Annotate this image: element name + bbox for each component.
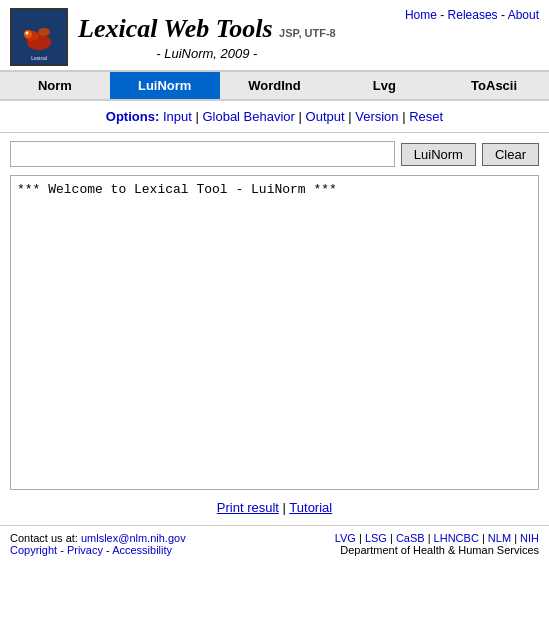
tab-luinorm[interactable]: LuiNorm	[110, 72, 220, 99]
lhncbc-link[interactable]: LHNCBC	[434, 532, 479, 544]
logo-image: Lexical	[12, 10, 66, 64]
header: Lexical Lexical Web Tools JSP, UTF-8 - L…	[0, 0, 549, 70]
svg-text:Lexical: Lexical	[31, 55, 47, 61]
app-subtitle: - LuiNorm, 2009 -	[78, 46, 336, 61]
lvg-link[interactable]: LVG	[335, 532, 356, 544]
contact-label: Contact us at:	[10, 532, 81, 544]
output-textarea[interactable]: *** Welcome to Lexical Tool - LuiNorm **…	[11, 176, 538, 486]
nlm-link[interactable]: NLM	[488, 532, 511, 544]
svg-point-3	[38, 28, 50, 36]
about-link[interactable]: About	[508, 8, 539, 22]
options-output-link[interactable]: Output	[306, 109, 345, 124]
footer-right: LVG | LSG | CaSB | LHNCBC | NLM | NIH De…	[335, 532, 539, 556]
options-reset-link[interactable]: Reset	[409, 109, 443, 124]
casb-link[interactable]: CaSB	[396, 532, 425, 544]
nav-tabs: Norm LuiNorm WordInd Lvg ToAscii	[0, 70, 549, 101]
options-globalbehavior-link[interactable]: Global Behavior	[202, 109, 295, 124]
tab-norm[interactable]: Norm	[0, 72, 110, 99]
tab-wordind[interactable]: WordInd	[220, 72, 330, 99]
copyright-link[interactable]: Copyright	[10, 544, 57, 556]
input-row: LuiNorm Clear	[0, 133, 549, 175]
footer-dept: Department of Health & Human Services	[335, 544, 539, 556]
tab-toascii[interactable]: ToAscii	[439, 72, 549, 99]
lsg-link[interactable]: LSG	[365, 532, 387, 544]
footer-left: Contact us at: umlslex@nlm.nih.gov Copyr…	[10, 532, 186, 556]
tutorial-link[interactable]: Tutorial	[289, 500, 332, 515]
options-bar: Options: Input | Global Behavior | Outpu…	[0, 101, 549, 133]
bottom-links: Print result | Tutorial	[0, 490, 549, 525]
search-input[interactable]	[10, 141, 395, 167]
footer-right-line1: LVG | LSG | CaSB | LHNCBC | NLM | NIH	[335, 532, 539, 544]
tab-lvg[interactable]: Lvg	[329, 72, 439, 99]
header-links: Home - Releases - About	[405, 8, 539, 22]
header-title-block: Lexical Web Tools JSP, UTF-8 - LuiNorm, …	[78, 14, 336, 61]
privacy-link[interactable]: Privacy	[67, 544, 103, 556]
home-link[interactable]: Home	[405, 8, 437, 22]
tech-label: JSP, UTF-8	[279, 27, 336, 39]
options-label: Options:	[106, 109, 159, 124]
releases-link[interactable]: Releases	[448, 8, 498, 22]
accessibility-link[interactable]: Accessibility	[112, 544, 172, 556]
svg-point-5	[26, 32, 29, 35]
print-result-link[interactable]: Print result	[217, 500, 279, 515]
contact-email-link[interactable]: umlslex@nlm.nih.gov	[81, 532, 186, 544]
options-version-link[interactable]: Version	[355, 109, 398, 124]
output-container: *** Welcome to Lexical Tool - LuiNorm **…	[10, 175, 539, 490]
footer: Contact us at: umlslex@nlm.nih.gov Copyr…	[0, 525, 549, 562]
luinorm-button[interactable]: LuiNorm	[401, 143, 476, 166]
options-input-link[interactable]: Input	[163, 109, 192, 124]
app-title: Lexical Web Tools JSP, UTF-8	[78, 14, 336, 44]
logo-box: Lexical	[10, 8, 68, 66]
clear-button[interactable]: Clear	[482, 143, 539, 166]
nih-link[interactable]: NIH	[520, 532, 539, 544]
